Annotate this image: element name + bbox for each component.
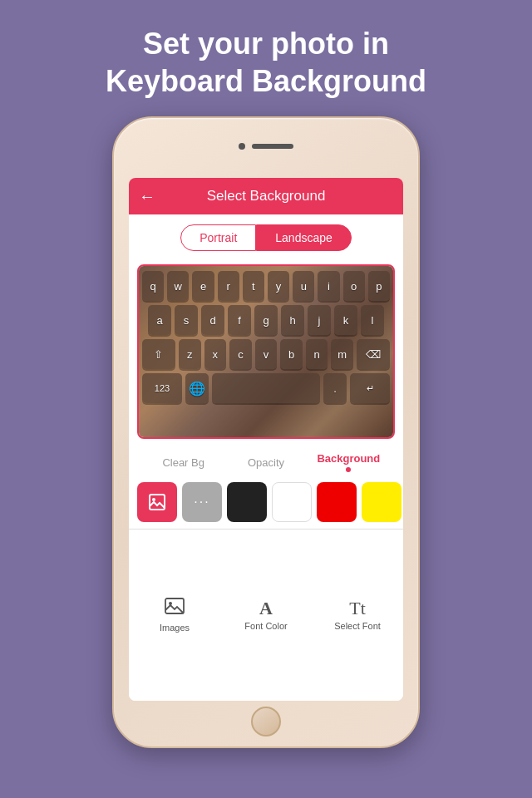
key-row-3: ⇧ z x c v b n m ⌫ bbox=[142, 339, 390, 369]
key-globe[interactable]: 🌐 bbox=[185, 373, 209, 403]
key-m[interactable]: m bbox=[331, 339, 353, 369]
key-t[interactable]: t bbox=[243, 271, 264, 301]
images-icon bbox=[165, 598, 185, 619]
key-i[interactable]: i bbox=[318, 271, 339, 301]
svg-point-1 bbox=[152, 498, 155, 501]
key-e[interactable]: e bbox=[192, 271, 214, 301]
key-x[interactable]: x bbox=[204, 339, 227, 369]
swatch-images[interactable] bbox=[137, 482, 177, 522]
key-p[interactable]: p bbox=[368, 271, 390, 301]
key-b[interactable]: b bbox=[280, 339, 303, 369]
key-u[interactable]: u bbox=[293, 271, 314, 301]
tab-landscape[interactable]: Landscape bbox=[256, 224, 352, 251]
swatch-white[interactable] bbox=[272, 482, 312, 522]
toolbar-opacity[interactable]: Opacity bbox=[224, 456, 307, 469]
phone-screen: ← Select Background Portrait Landscape q… bbox=[129, 178, 403, 701]
key-return[interactable]: ↵ bbox=[350, 373, 390, 403]
camera-dot bbox=[239, 143, 245, 150]
key-v[interactable]: v bbox=[255, 339, 278, 369]
tab-portrait[interactable]: Portrait bbox=[180, 224, 256, 251]
app-bar-title: Select Background bbox=[165, 188, 367, 204]
key-row-4: 123 🌐 . ↵ bbox=[142, 373, 390, 403]
key-k[interactable]: k bbox=[334, 305, 357, 335]
phone-shell: ← Select Background Portrait Landscape q… bbox=[112, 116, 420, 748]
nav-select-font[interactable]: Tt Select Font bbox=[312, 593, 403, 638]
tab-row: Portrait Landscape bbox=[129, 214, 403, 261]
keyboard-preview: q w e r t y u i o p a s d bbox=[137, 264, 395, 439]
speaker bbox=[252, 144, 293, 149]
key-w[interactable]: w bbox=[167, 271, 189, 301]
key-shift[interactable]: ⇧ bbox=[142, 339, 175, 369]
toolbar-background[interactable]: Background bbox=[308, 452, 390, 472]
app-bar: ← Select Background bbox=[129, 178, 403, 214]
key-o[interactable]: o bbox=[343, 271, 365, 301]
key-g[interactable]: g bbox=[254, 305, 278, 335]
key-n[interactable]: n bbox=[306, 339, 328, 369]
nav-font-color-label: Font Color bbox=[244, 621, 287, 631]
key-space[interactable] bbox=[212, 373, 320, 403]
phone-mockup: ← Select Background Portrait Landscape q… bbox=[112, 116, 420, 748]
font-color-icon: A bbox=[259, 599, 273, 618]
key-row-1: q w e r t y u i o p bbox=[142, 271, 390, 301]
key-h[interactable]: h bbox=[281, 305, 304, 335]
key-f[interactable]: f bbox=[228, 305, 251, 335]
header-text: Set your photo in Keyboard Background bbox=[72, 0, 460, 116]
swatch-yellow[interactable] bbox=[362, 482, 401, 522]
home-button[interactable] bbox=[251, 707, 281, 736]
key-y[interactable]: y bbox=[268, 271, 289, 301]
nav-font-color[interactable]: A Font Color bbox=[220, 593, 312, 638]
back-button[interactable]: ← bbox=[139, 187, 155, 206]
nav-images[interactable]: Images bbox=[129, 591, 220, 639]
bottom-nav: Images A Font Color Tt Select Font bbox=[129, 529, 403, 701]
key-l[interactable]: l bbox=[361, 305, 384, 335]
camera-notch bbox=[239, 143, 293, 150]
key-r[interactable]: r bbox=[218, 271, 239, 301]
swatch-more[interactable]: ··· bbox=[182, 482, 222, 522]
nav-images-label: Images bbox=[160, 623, 190, 633]
key-z[interactable]: z bbox=[179, 339, 201, 369]
key-j[interactable]: j bbox=[308, 305, 331, 335]
keyboard-keys: q w e r t y u i o p a s d bbox=[139, 266, 393, 406]
color-swatches: ··· bbox=[129, 479, 403, 529]
nav-select-font-label: Select Font bbox=[334, 621, 381, 631]
key-row-2: a s d f g h j k l bbox=[142, 305, 390, 335]
toolbar-clear-bg[interactable]: Clear Bg bbox=[142, 456, 224, 469]
key-period[interactable]: . bbox=[323, 373, 347, 403]
key-123[interactable]: 123 bbox=[142, 373, 182, 403]
key-backspace[interactable]: ⌫ bbox=[357, 339, 390, 369]
key-a[interactable]: a bbox=[148, 305, 171, 335]
toolbar: Clear Bg Opacity Background bbox=[129, 446, 403, 479]
svg-rect-0 bbox=[150, 495, 165, 510]
key-c[interactable]: c bbox=[229, 339, 252, 369]
select-font-icon: Tt bbox=[349, 599, 366, 618]
swatch-red[interactable] bbox=[317, 482, 357, 522]
key-q[interactable]: q bbox=[142, 271, 164, 301]
key-d[interactable]: d bbox=[201, 305, 224, 335]
key-s[interactable]: s bbox=[175, 305, 198, 335]
swatch-black[interactable] bbox=[227, 482, 267, 522]
